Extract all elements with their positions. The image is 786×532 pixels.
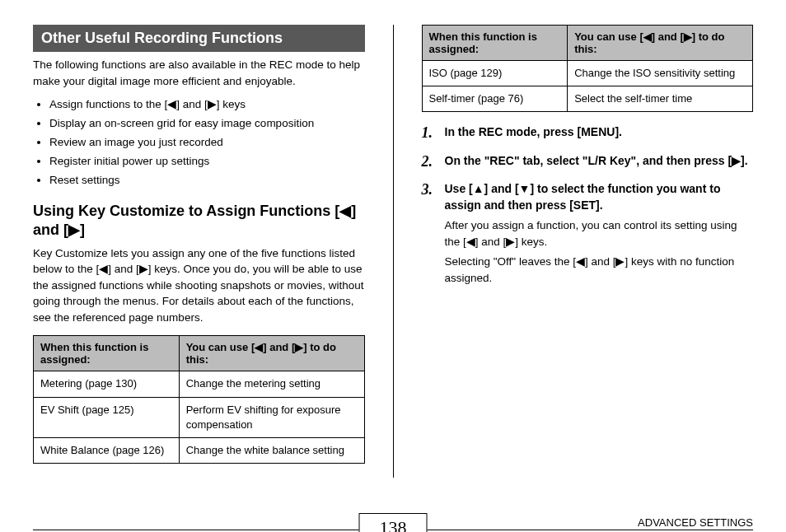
table-row: ISO (page 129) Change the ISO sensitivit… bbox=[422, 61, 753, 86]
step-head: Use [▲] and [▼] to select the function y… bbox=[445, 182, 721, 212]
step-item: Use [▲] and [▼] to select the function y… bbox=[422, 180, 754, 287]
step-body: Selecting "Off" leaves the [◀] and [▶] k… bbox=[445, 254, 754, 287]
list-item: Assign functions to the [◀] and [▶] keys bbox=[49, 96, 365, 114]
left-column: Other Useful Recording Functions The fol… bbox=[33, 25, 365, 478]
table-header-b: You can use [◀] and [▶] to do this: bbox=[568, 26, 753, 61]
cell: Metering (page 130) bbox=[34, 371, 180, 397]
table-row: When this function is assigned: You can … bbox=[34, 336, 365, 371]
cell: White Balance (page 126) bbox=[34, 437, 180, 463]
step-list: In the REC mode, press [MENU]. On the "R… bbox=[422, 124, 754, 287]
list-item: Display an on-screen grid for easy image… bbox=[49, 114, 365, 133]
footer-section-label: ADVANCED SETTINGS bbox=[638, 516, 753, 529]
table-row: When this function is assigned: You can … bbox=[422, 26, 753, 61]
sub-intro: Key Customize lets you assign any one of… bbox=[33, 245, 365, 326]
cell: EV Shift (page 125) bbox=[34, 397, 180, 437]
step-head: On the "REC" tab, select "L/R Key", and … bbox=[445, 154, 748, 167]
table-header-a: When this function is assigned: bbox=[422, 26, 568, 61]
function-table-right: When this function is assigned: You can … bbox=[422, 25, 754, 112]
step-body: After you assign a function, you can con… bbox=[445, 217, 754, 251]
step-item: On the "REC" tab, select "L/R Key", and … bbox=[422, 152, 754, 169]
table-header-b: You can use [◀] and [▶] to do this: bbox=[179, 336, 364, 371]
step-item: In the REC mode, press [MENU]. bbox=[422, 124, 754, 140]
cell: Change the metering setting bbox=[179, 371, 364, 397]
two-column-layout: Other Useful Recording Functions The fol… bbox=[33, 25, 753, 478]
function-table-left: When this function is assigned: You can … bbox=[33, 335, 365, 464]
column-divider bbox=[393, 25, 394, 478]
list-item: Review an image you just recorded bbox=[49, 133, 365, 152]
right-column: When this function is assigned: You can … bbox=[422, 25, 754, 478]
table-header-a: When this function is assigned: bbox=[34, 336, 180, 371]
document-page: Other Useful Recording Functions The fol… bbox=[0, 0, 786, 532]
cell: Select the self-timer time bbox=[568, 86, 753, 112]
intro-text: The following functions are also availab… bbox=[33, 57, 365, 89]
table-row: EV Shift (page 125) Perform EV shifting … bbox=[34, 397, 365, 437]
subheading: Using Key Customize to Assign Functions … bbox=[33, 202, 365, 240]
page-number: 138 bbox=[359, 513, 428, 532]
cell: ISO (page 129) bbox=[422, 61, 568, 86]
page-footer: ADVANCED SETTINGS 138 bbox=[33, 513, 753, 514]
cell: Change the ISO sensitivity setting bbox=[568, 61, 753, 86]
section-banner: Other Useful Recording Functions bbox=[33, 25, 365, 52]
step-head: In the REC mode, press [MENU]. bbox=[445, 125, 622, 138]
cell: Perform EV shifting for exposure compens… bbox=[179, 397, 364, 437]
cell: Change the white balance setting bbox=[179, 437, 364, 463]
list-item: Register initial power up settings bbox=[49, 152, 365, 171]
list-item: Reset settings bbox=[49, 171, 365, 190]
table-row: Self-timer (page 76) Select the self-tim… bbox=[422, 86, 753, 112]
cell: Self-timer (page 76) bbox=[422, 86, 568, 112]
bullet-list: Assign functions to the [◀] and [▶] keys… bbox=[33, 96, 365, 190]
table-row: White Balance (page 126) Change the whit… bbox=[34, 437, 365, 463]
table-row: Metering (page 130) Change the metering … bbox=[34, 371, 365, 397]
